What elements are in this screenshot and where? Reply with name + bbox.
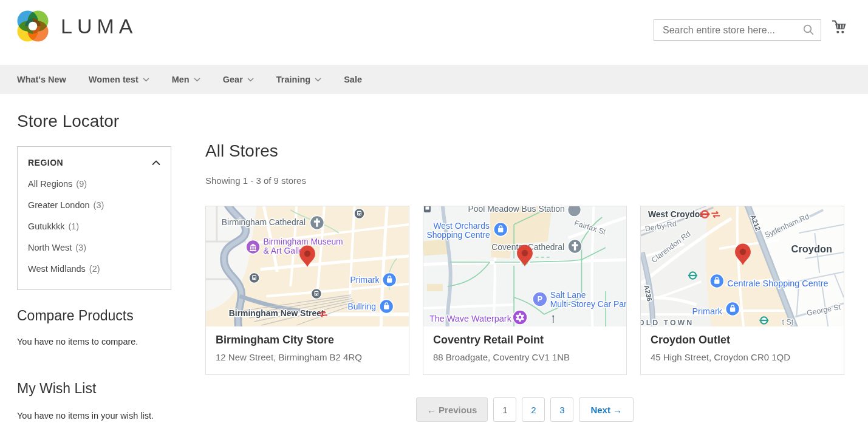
nav-item-men[interactable]: Men [172, 75, 200, 84]
shopping-bag-icon [710, 274, 724, 288]
nav-item-whats-new[interactable]: What's New [17, 75, 66, 84]
nav-item-gear[interactable]: Gear [223, 75, 254, 84]
tram-stop-icon [759, 317, 768, 323]
region-count: (2) [89, 264, 100, 274]
nav-item-training[interactable]: Training [276, 75, 321, 84]
pagination: ← Previous 1 2 3 Next → [205, 397, 844, 422]
store-card-croydon[interactable]: West Croydon Derby Rd Clarendon Rd A212 … [640, 206, 844, 375]
map-label-partial-street: t St [782, 318, 794, 326]
shopping-bag-icon [494, 223, 508, 237]
shopping-bag-icon [383, 273, 397, 287]
region-filter: REGION All Regions(9) Greater London(3) … [17, 146, 171, 290]
pagination-next-button[interactable]: Next → [579, 397, 634, 422]
map-label-bus-station: Pool Meadow Bus Station [468, 206, 565, 214]
waterpark-icon [513, 310, 527, 325]
region-count: (3) [75, 243, 86, 252]
header-logo[interactable]: LUMA [15, 8, 137, 44]
parking-icon-letter: P [538, 295, 542, 303]
store-name: Coventry Retail Point [433, 334, 617, 346]
map-label-salt-lane: Multi-Storey Car Park [550, 299, 626, 309]
tram-stop-icon [688, 272, 697, 279]
map-label-west-orchards: Shopping Centre [427, 230, 491, 240]
store-info: Croydon Outlet 45 High Street, Croydon C… [641, 326, 844, 374]
cathedral-icon [310, 216, 324, 230]
brand-text: LUMA [61, 15, 137, 38]
region-item-all-regions[interactable]: All Regions(9) [28, 179, 160, 189]
store-info: Birmingham City Store 12 New Street, Bir… [206, 326, 409, 374]
shopping-bag-icon [726, 302, 740, 316]
bus-stop-icon [354, 209, 364, 219]
store-grid: Birmingham Cathedral Birmingham Museum &… [205, 206, 844, 375]
cart-icon [831, 19, 848, 36]
shopping-bag-icon [380, 300, 394, 314]
search-input[interactable] [663, 25, 803, 36]
bus-stop-icon [249, 273, 259, 283]
region-count: (9) [76, 179, 87, 189]
store-info: Coventry Retail Point 88 Broadgate, Cove… [423, 326, 626, 374]
chevron-down-icon [315, 78, 321, 82]
map-label-museum: Birmingham Museum [263, 237, 343, 246]
pagination-page-1[interactable]: 1 [493, 397, 516, 422]
search-box [654, 19, 821, 41]
site-header: LUMA [0, 0, 868, 65]
poi-icon [568, 206, 581, 217]
region-filter-title: REGION [28, 158, 63, 167]
map-label-primark: Primark [350, 275, 380, 285]
main-content: All Stores Showing 1 - 3 of 9 stores [205, 113, 844, 422]
store-card-birmingham[interactable]: Birmingham Cathedral Birmingham Museum &… [205, 206, 409, 375]
search-icon[interactable] [803, 24, 815, 36]
cart-button[interactable] [831, 19, 848, 38]
region-count: (3) [94, 200, 104, 210]
store-address: 45 High Street, Croydon CR0 1QD [651, 352, 834, 362]
chevron-down-icon [247, 78, 254, 82]
underground-icon [700, 211, 709, 217]
chevron-down-icon [194, 78, 200, 82]
map-label-croydon: Croydon [791, 243, 832, 254]
store-address: 88 Broadgate, Coventry CV1 1NB [433, 352, 617, 362]
nav-item-sale[interactable]: Sale [344, 75, 362, 84]
region-item-west-midlands[interactable]: West Midlands(2) [28, 264, 160, 274]
region-item-north-west[interactable]: North West(3) [28, 243, 160, 252]
wishlist-title: My Wish List [17, 380, 171, 397]
store-map-croydon: West Croydon Derby Rd Clarendon Rd A212 … [641, 206, 844, 326]
map-label-old-town: OLD TOWN [641, 319, 694, 326]
page-title: Store Locator [17, 113, 171, 130]
compare-products-empty-text: You have no items to compare. [17, 337, 171, 346]
map-label-primark: Primark [692, 306, 722, 316]
cathedral-icon [568, 240, 582, 254]
store-name: Croydon Outlet [651, 334, 834, 346]
map-label-new-street: Birmingham New Street [229, 308, 324, 318]
nav-item-women-test[interactable]: Women test [89, 75, 149, 84]
chevron-down-icon [143, 78, 149, 82]
store-address: 12 New Street, Birmingham B2 4RQ [216, 352, 399, 362]
sidebar: Store Locator REGION All Regions(9) Grea… [17, 113, 171, 422]
map-label-centrale: Centrale Shopping Centre [727, 279, 828, 288]
map-label-west-croydon: West Croydon [648, 209, 705, 219]
map-label-salt-lane: Salt Lane [550, 290, 586, 300]
all-stores-title: All Stores [205, 141, 844, 161]
chevron-up-icon [152, 160, 160, 166]
map-label-wave-waterpark: The Wave Waterpark [429, 314, 512, 323]
region-item-greater-london[interactable]: Greater London(3) [28, 200, 160, 210]
wishlist-empty-text: You have no items in your wish list. [17, 411, 171, 421]
store-map-birmingham: Birmingham Cathedral Birmingham Museum &… [206, 206, 409, 326]
luma-logo-icon [15, 8, 50, 44]
region-count: (1) [68, 221, 79, 231]
map-label-bullring: Bullring [348, 302, 376, 311]
map-label-cathedral: Birmingham Cathedral [222, 217, 306, 227]
region-filter-header[interactable]: REGION [28, 158, 160, 167]
bus-stop-icon [311, 289, 321, 299]
pagination-previous-button[interactable]: ← Previous [416, 397, 488, 422]
store-name: Birmingham City Store [216, 334, 399, 346]
main-nav: What's New Women test Men Gear Training … [0, 65, 868, 94]
pagination-page-3[interactable]: 3 [550, 397, 573, 422]
store-card-coventry[interactable]: Pool Meadow Bus Station West Orchards Sh… [423, 206, 627, 375]
pagination-page-2[interactable]: 2 [522, 397, 545, 422]
page-body: Store Locator REGION All Regions(9) Grea… [0, 94, 868, 422]
store-map-coventry: Pool Meadow Bus Station West Orchards Sh… [423, 206, 626, 326]
compare-products-title: Compare Products [17, 308, 171, 324]
region-item-gutukkkk[interactable]: Gutukkkk(1) [28, 221, 160, 231]
museum-icon [246, 240, 260, 254]
map-label-west-orchards: West Orchards [433, 221, 489, 231]
showing-results-text: Showing 1 - 3 of 9 stores [205, 175, 844, 186]
